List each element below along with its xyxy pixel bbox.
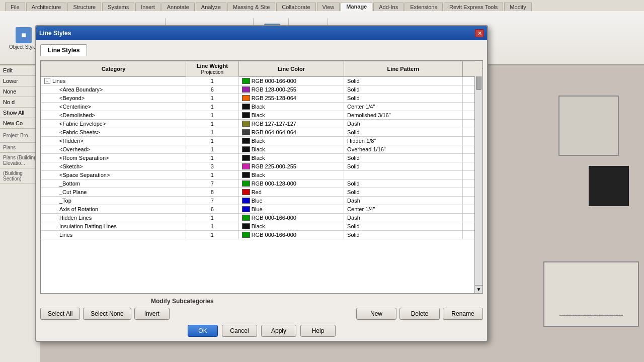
cell-color[interactable]: Black bbox=[238, 145, 344, 154]
table-row[interactable]: _Top7BlueDash bbox=[41, 197, 482, 205]
tab-insert[interactable]: Insert bbox=[135, 3, 160, 11]
sidebar-edit[interactable]: Edit bbox=[0, 65, 40, 76]
tab-structure[interactable]: Structure bbox=[67, 3, 101, 11]
cell-pattern[interactable]: Solid bbox=[344, 188, 463, 197]
tab-file[interactable]: File bbox=[5, 3, 25, 11]
table-row[interactable]: <Fabric Sheets>1RGB 064-064-064Solid bbox=[41, 128, 482, 137]
scrollbar-down-btn[interactable]: ▼ bbox=[475, 285, 482, 293]
table-row[interactable]: <Hidden>1BlackHidden 1/8" bbox=[41, 137, 482, 145]
cell-pattern[interactable]: Solid bbox=[344, 94, 463, 103]
expand-button[interactable]: − bbox=[44, 78, 50, 84]
cell-color[interactable]: Black bbox=[238, 103, 344, 111]
cell-pattern[interactable]: Solid bbox=[344, 77, 463, 85]
cell-color[interactable]: Black bbox=[238, 222, 344, 231]
table-row[interactable]: <Beyond>1RGB 255-128-064Solid bbox=[41, 94, 482, 103]
cell-color[interactable]: RGB 000-166-000 bbox=[238, 231, 344, 239]
sidebar-building-elev[interactable]: Plans (Building Elevatio... bbox=[0, 153, 40, 168]
sidebar-none[interactable]: None bbox=[0, 86, 40, 97]
tab-systems[interactable]: Systems bbox=[102, 3, 134, 11]
cell-pattern[interactable]: Solid bbox=[344, 128, 463, 137]
cell-color[interactable]: RGB 000-166-000 bbox=[238, 214, 344, 222]
cell-color[interactable]: RGB 128-000-255 bbox=[238, 85, 344, 94]
table-row[interactable]: Axis of Rotation6BlueCenter 1/4" bbox=[41, 205, 482, 214]
table-row[interactable]: _Cut Plane8RedSolid bbox=[41, 188, 482, 197]
table-row[interactable]: −Lines1RGB 000-166-000Solid bbox=[41, 77, 482, 85]
select-all-button[interactable]: Select All bbox=[40, 308, 80, 320]
ok-button[interactable]: OK bbox=[188, 325, 218, 337]
cell-color[interactable]: Black bbox=[238, 171, 344, 179]
table-row[interactable]: _Bottom7RGB 000-128-000Solid bbox=[41, 179, 482, 188]
tab-collaborate[interactable]: Collaborate bbox=[276, 3, 315, 11]
table-row[interactable]: <Space Separation>1Black bbox=[41, 171, 482, 179]
tab-architecture[interactable]: Architecture bbox=[26, 3, 67, 11]
cell-pattern[interactable]: Demolished 3/16" bbox=[344, 111, 463, 120]
table-row[interactable]: <Sketch>3RGB 225-000-255Solid bbox=[41, 162, 482, 171]
table-row[interactable]: <Centerline>1BlackCenter 1/4" bbox=[41, 103, 482, 111]
cell-color[interactable]: RGB 000-166-000 bbox=[238, 77, 344, 85]
cell-pattern[interactable]: Dash bbox=[344, 197, 463, 205]
cell-pattern[interactable]: Solid bbox=[344, 179, 463, 188]
cell-pattern[interactable] bbox=[344, 171, 463, 179]
sidebar-lower[interactable]: Lower bbox=[0, 76, 40, 86]
table-row[interactable]: Lines1RGB 000-166-000Solid bbox=[41, 231, 482, 239]
table-scroll-area[interactable]: Category Line WeightProjection Line Colo… bbox=[41, 61, 482, 293]
new-button[interactable]: New bbox=[356, 308, 396, 320]
sidebar-newco[interactable]: New Co bbox=[0, 118, 40, 129]
tab-modify[interactable]: Modify bbox=[504, 3, 531, 11]
scrollbar[interactable]: ▼ ▲ bbox=[474, 61, 482, 293]
tab-analyze[interactable]: Analyze bbox=[196, 3, 226, 11]
cell-color[interactable]: Blue bbox=[238, 205, 344, 214]
tab-annotate[interactable]: Annotate bbox=[162, 3, 195, 11]
table-row[interactable]: Insulation Batting Lines1BlackSolid bbox=[41, 222, 482, 231]
sidebar-showall[interactable]: Show All bbox=[0, 108, 40, 118]
cell-color[interactable]: RGB 255-128-064 bbox=[238, 94, 344, 103]
table-row[interactable]: <Room Separation>1BlackSolid bbox=[41, 154, 482, 162]
cell-pattern[interactable]: Solid bbox=[344, 85, 463, 94]
table-row[interactable]: <Overhead>1BlackOverhead 1/16" bbox=[41, 145, 482, 154]
cell-color[interactable]: RGB 000-128-000 bbox=[238, 179, 344, 188]
sidebar-project-bro[interactable]: Project Bro... bbox=[0, 129, 40, 143]
delete-button[interactable]: Delete bbox=[399, 308, 440, 320]
tab-addins[interactable]: Add-Ins bbox=[373, 3, 404, 11]
cell-color[interactable]: Blue bbox=[238, 197, 344, 205]
rename-button[interactable]: Rename bbox=[443, 308, 483, 320]
cell-pattern[interactable]: Dash bbox=[344, 120, 463, 128]
tab-revit-express[interactable]: Revit Express Tools bbox=[444, 3, 503, 11]
sidebar-nod[interactable]: No d bbox=[0, 97, 40, 108]
line-styles-dialog: Line Styles ✕ Line Styles Category Line … bbox=[35, 25, 488, 342]
cell-color[interactable]: RGB 225-000-255 bbox=[238, 162, 344, 171]
dialog-close-button[interactable]: ✕ bbox=[475, 29, 484, 37]
cell-pattern[interactable]: Dash bbox=[344, 214, 463, 222]
sidebar-building-section[interactable]: (Building Section) bbox=[0, 168, 40, 184]
help-button[interactable]: Help bbox=[300, 325, 336, 337]
select-none-button[interactable]: Select None bbox=[83, 308, 131, 320]
cell-color[interactable]: RGB 127-127-127 bbox=[238, 120, 344, 128]
table-row[interactable]: <Demolished>1BlackDemolished 3/16" bbox=[41, 111, 482, 120]
cell-color[interactable]: Black bbox=[238, 154, 344, 162]
cell-pattern[interactable]: Solid bbox=[344, 162, 463, 171]
invert-button[interactable]: Invert bbox=[134, 308, 170, 320]
table-row[interactable]: Hidden Lines1RGB 000-166-000Dash bbox=[41, 214, 482, 222]
table-row[interactable]: <Fabric Envelope>1RGB 127-127-127Dash bbox=[41, 120, 482, 128]
cell-category: _Top bbox=[41, 197, 186, 205]
tab-view[interactable]: View bbox=[317, 3, 340, 11]
cell-pattern[interactable]: Overhead 1/16" bbox=[344, 145, 463, 154]
tab-extensions[interactable]: Extensions bbox=[405, 3, 443, 11]
color-swatch bbox=[242, 138, 250, 144]
tab-manage[interactable]: Manage bbox=[341, 2, 372, 11]
cell-color[interactable]: Black bbox=[238, 111, 344, 120]
cell-color[interactable]: Black bbox=[238, 137, 344, 145]
cell-pattern[interactable]: Center 1/4" bbox=[344, 205, 463, 214]
cell-pattern[interactable]: Solid bbox=[344, 154, 463, 162]
tab-massing[interactable]: Massing & Site bbox=[227, 3, 275, 11]
cell-pattern[interactable]: Solid bbox=[344, 231, 463, 239]
cell-color[interactable]: RGB 064-064-064 bbox=[238, 128, 344, 137]
table-row[interactable]: <Area Boundary>6RGB 128-000-255Solid bbox=[41, 85, 482, 94]
cell-pattern[interactable]: Hidden 1/8" bbox=[344, 137, 463, 145]
apply-button[interactable]: Apply bbox=[261, 325, 296, 337]
cell-color[interactable]: Red bbox=[238, 188, 344, 197]
tab-line-styles[interactable]: Line Styles bbox=[40, 44, 87, 56]
cancel-button[interactable]: Cancel bbox=[222, 325, 257, 337]
cell-pattern[interactable]: Center 1/4" bbox=[344, 103, 463, 111]
cell-pattern[interactable]: Solid bbox=[344, 222, 463, 231]
